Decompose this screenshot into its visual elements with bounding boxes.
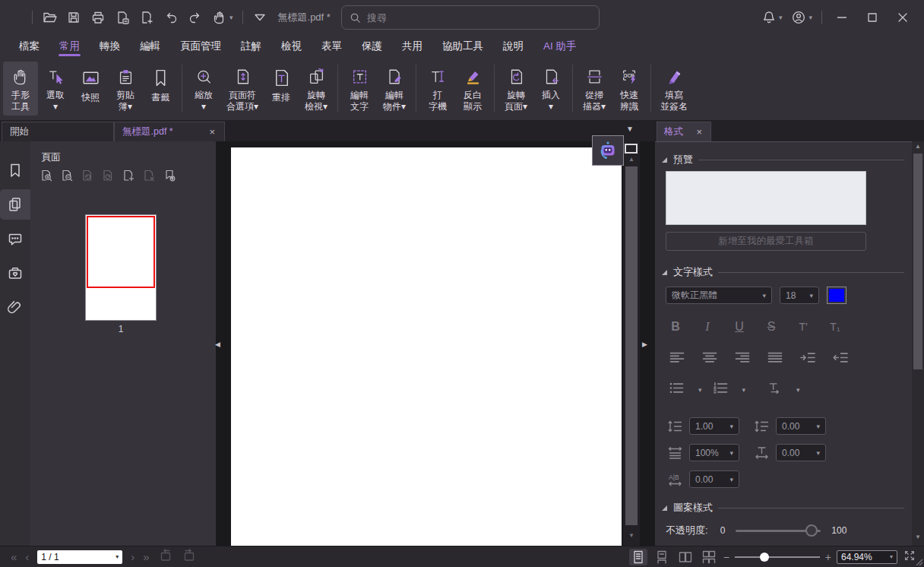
reflow-button[interactable]: 重排 <box>264 62 299 116</box>
align-right-button[interactable] <box>734 352 751 366</box>
superscript-button[interactable]: T′ <box>796 321 810 333</box>
scroll-up-arrow[interactable]: ▲ <box>912 143 924 150</box>
print-button[interactable] <box>86 5 110 30</box>
text-direction-button[interactable] <box>767 382 783 397</box>
tab-start-page[interactable]: 開始 <box>2 122 114 141</box>
page-fit-options-button[interactable]: 頁面符 合選項▾ <box>221 62 264 116</box>
pdf-page[interactable] <box>231 147 622 546</box>
next-view-button[interactable] <box>182 548 197 566</box>
menu-accessibility[interactable]: 協助工具 <box>432 35 493 58</box>
edit-text-button[interactable]: 編輯 文字 <box>342 62 377 116</box>
menu-home[interactable]: 常用 <box>49 35 90 58</box>
scroll-up-arrow[interactable]: ▲ <box>623 156 640 163</box>
new-document-button[interactable] <box>134 5 159 30</box>
document-vertical-scrollbar[interactable]: ▲ ▼ <box>623 141 640 546</box>
redo-button[interactable] <box>183 5 207 30</box>
insert-page-thumb-button[interactable] <box>120 167 137 184</box>
justify-button[interactable] <box>767 352 783 366</box>
tab-format-panel[interactable]: 格式 × <box>657 122 711 141</box>
bold-button[interactable]: B <box>669 320 682 334</box>
bookmark-button[interactable]: 書籤 <box>143 62 178 116</box>
add-to-favorites-button[interactable]: 新增至我的最愛工具箱 <box>666 232 866 251</box>
pages-panel-button[interactable] <box>0 189 30 220</box>
font-size-combobox[interactable]: 18 ▾ <box>780 287 819 304</box>
continuous-view-button[interactable] <box>653 549 671 565</box>
scroll-down-arrow[interactable]: ▼ <box>912 534 924 540</box>
page-thumbnail[interactable] <box>85 214 157 321</box>
format-panel-scrollbar[interactable]: ▲ ▼ <box>912 141 924 546</box>
close-document-button[interactable] <box>110 5 134 30</box>
collapse-right-panel-button[interactable]: ▶ <box>642 337 649 351</box>
comments-panel-button[interactable] <box>0 223 30 254</box>
reduce-thumbnails-button[interactable] <box>59 167 75 184</box>
minimize-button[interactable] <box>827 5 857 30</box>
rotate-page-button[interactable]: 旋轉 頁面▾ <box>498 62 533 116</box>
notifications-button[interactable]: ▾ <box>757 5 787 30</box>
close-format-panel-icon[interactable]: × <box>695 126 704 138</box>
close-tab-icon[interactable]: × <box>207 126 217 138</box>
page-view-options-button[interactable] <box>161 167 178 184</box>
menu-file[interactable]: 檔案 <box>9 35 49 58</box>
quick-access-chevron[interactable] <box>248 5 272 30</box>
document-canvas[interactable] <box>222 141 623 546</box>
select-tool-button[interactable]: 選取 ▾ <box>38 62 73 116</box>
snapshot-button[interactable]: 快照 <box>73 62 108 116</box>
insert-page-button[interactable]: 插入 ▾ <box>533 62 568 116</box>
italic-button[interactable]: I <box>701 320 714 334</box>
zoom-slider-handle[interactable] <box>760 553 769 562</box>
underline-button[interactable]: U <box>733 320 746 334</box>
opacity-slider-handle[interactable] <box>805 524 818 537</box>
facing-continuous-view-button[interactable] <box>700 549 718 565</box>
rotate-view-button[interactable]: 旋轉 檢視▾ <box>299 62 334 116</box>
tab-list-dropdown[interactable]: ▼ <box>626 125 634 133</box>
menu-page-management[interactable]: 頁面管理 <box>170 35 231 58</box>
menu-ai-assistant[interactable]: AI 助手 <box>533 41 553 52</box>
save-button[interactable] <box>62 5 86 30</box>
scrollbar-page-marker[interactable] <box>625 144 638 154</box>
facing-view-button[interactable] <box>676 549 695 565</box>
app-logo[interactable] <box>3 5 27 30</box>
menu-view[interactable]: 檢視 <box>271 35 312 58</box>
dropdown-icon[interactable]: ▾ <box>796 386 800 394</box>
horizontal-scale-combobox[interactable]: 100% ▾ <box>689 444 739 461</box>
search-input[interactable] <box>367 12 591 24</box>
shape-style-section-header[interactable]: 圖案樣式 <box>661 501 904 515</box>
toolbox-panel-button[interactable] <box>0 258 30 288</box>
clipboard-button[interactable]: 剪貼 簿▾ <box>108 62 143 116</box>
zoom-slider[interactable] <box>735 556 820 558</box>
enlarge-thumbnails-button[interactable] <box>38 167 55 184</box>
line-spacing-combobox[interactable]: 1.00 ▾ <box>689 417 739 435</box>
scrollbar-thumb[interactable] <box>913 154 922 369</box>
page-number-combobox[interactable]: 1 / 1 ▾ <box>37 550 122 564</box>
bullet-list-button[interactable] <box>669 382 685 397</box>
scroll-down-arrow[interactable]: ▼ <box>623 532 640 539</box>
fill-and-sign-button[interactable]: 填寫 並簽名 <box>655 62 693 116</box>
align-left-button[interactable] <box>669 352 685 366</box>
first-page-button[interactable]: « <box>11 551 17 562</box>
zoom-out-button[interactable]: − <box>723 551 729 563</box>
scrollbar-thumb[interactable] <box>625 166 638 525</box>
search-box[interactable] <box>341 5 600 30</box>
menu-comment[interactable]: 註解 <box>231 35 271 58</box>
quick-ocr-button[interactable]: OCR 快速 辨識 <box>612 62 647 116</box>
previous-page-button[interactable]: ‹ <box>25 551 29 562</box>
text-color-swatch[interactable] <box>827 287 846 304</box>
zoom-in-button[interactable]: + <box>825 551 831 563</box>
preview-section-header[interactable]: 預覽 <box>661 153 904 166</box>
highlight-button[interactable]: 反白 顯示 <box>455 62 490 116</box>
next-page-button[interactable]: › <box>131 551 134 562</box>
zoom-tool-button[interactable]: 縮放 ▾ <box>186 62 221 116</box>
character-spacing-combobox[interactable]: 0.00 ▾ <box>776 444 826 461</box>
menu-convert[interactable]: 轉換 <box>90 35 130 58</box>
hand-tool-quick-button[interactable]: ▾ <box>207 5 238 30</box>
dropdown-icon[interactable]: ▾ <box>742 386 746 394</box>
kerning-combobox[interactable]: 0.00 ▾ <box>689 470 739 488</box>
attachments-panel-button[interactable] <box>0 292 30 322</box>
close-window-button[interactable] <box>888 5 918 30</box>
window-resize-grip[interactable] <box>913 556 923 566</box>
menu-edit[interactable]: 編輯 <box>130 35 170 58</box>
menu-protect[interactable]: 保護 <box>352 35 392 58</box>
bookmarks-panel-button[interactable] <box>0 155 30 185</box>
last-page-button[interactable]: » <box>143 551 149 562</box>
font-family-combobox[interactable]: 微軟正黑體 ▾ <box>666 287 772 304</box>
